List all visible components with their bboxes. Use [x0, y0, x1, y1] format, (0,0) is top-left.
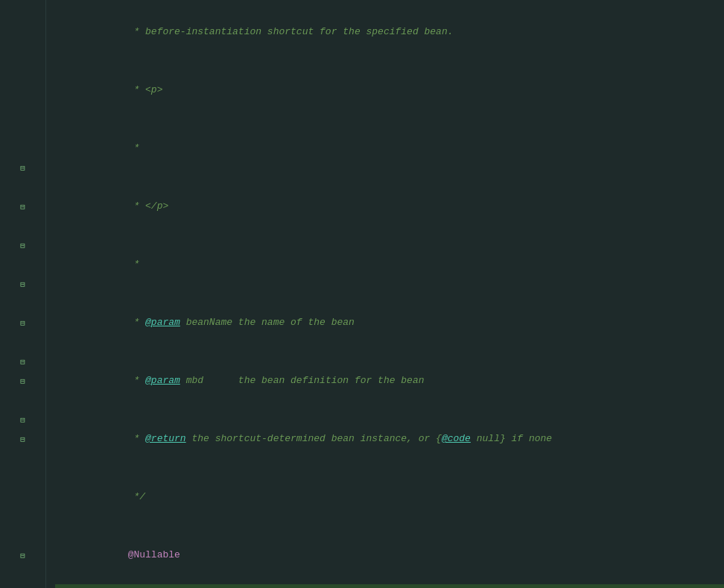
code-line-10: @Nullable — [55, 526, 724, 584]
comment-text-1: * before-instantiation shortcut for the … — [104, 26, 453, 37]
comment-text-2: * <p> — [104, 84, 162, 95]
gutter-icon-5[interactable] — [18, 80, 28, 100]
gutter-icon-4[interactable] — [18, 61, 28, 80]
comment-text-6b: beanName the name of the bean — [180, 317, 355, 328]
code-area: ⊟ ⊟ ⊟ ⊟ ⊟ ⊟ ⊟ ⊟ ⊟ ⊟ — [0, 0, 724, 588]
code-line-4: * </p> — [55, 177, 724, 235]
code-line-7: * @param mbd the bean definition for the… — [55, 352, 724, 410]
gutter-icon-18[interactable] — [18, 507, 28, 526]
gutter-icon-16[interactable] — [18, 468, 28, 487]
gutter-icon-13[interactable] — [18, 332, 28, 352]
code-line-11: protected Object resolveBeforeInstantiat… — [55, 584, 724, 588]
annotation-nullable: @Nullable — [128, 549, 180, 560]
comment-text-7: * — [104, 375, 145, 386]
gutter-icon-1[interactable] — [18, 3, 28, 22]
param-tag-2: @param — [145, 375, 180, 386]
gutter-icon-fold6[interactable]: ⊟ — [18, 352, 28, 371]
code-tag: @code — [442, 433, 471, 444]
gutter-icon-9[interactable] — [18, 177, 28, 197]
comment-text-4: * </p> — [104, 200, 168, 212]
comment-text-7b: mbd the bean definition for the bean — [180, 375, 425, 386]
comment-text-5: * — [104, 259, 139, 270]
gutter-icon-20[interactable] — [18, 565, 28, 584]
gutter-icon-8[interactable] — [18, 139, 28, 158]
code-line-9: */ — [55, 468, 724, 526]
comment-text-8c: null} if none — [471, 433, 552, 444]
comment-text-9: */ — [104, 491, 145, 502]
gutter-icon-2[interactable] — [18, 22, 28, 42]
code-line-2: * <p> — [55, 61, 724, 119]
comment-text-3: * — [104, 142, 139, 154]
comment-text-6: * — [104, 317, 145, 328]
gutter-icon-10[interactable] — [18, 216, 28, 235]
code-line-8: * @return the shortcut-determined bean i… — [55, 410, 724, 468]
comment-text-8b: the shortcut-determined bean instance, o… — [186, 433, 442, 444]
gutter-icon-17[interactable] — [18, 487, 28, 507]
code-line-5: * — [55, 235, 724, 294]
gutter-icon-fold8[interactable]: ⊟ — [18, 410, 28, 429]
gutter-icon-fold9[interactable]: ⊟ — [18, 429, 28, 449]
return-tag: @return — [145, 433, 186, 444]
param-tag-1: @param — [145, 317, 180, 328]
gutter-icon-3[interactable] — [18, 42, 28, 61]
comment-text-8: * — [104, 433, 145, 444]
gutter-icon-7[interactable] — [18, 119, 28, 139]
gutter-icon-19[interactable] — [18, 526, 28, 546]
gutter-icon-15[interactable] — [18, 449, 28, 468]
gutter-icon-fold7[interactable]: ⊟ — [18, 371, 28, 391]
code-line-3: * — [55, 119, 724, 177]
gutter-icon-fold5[interactable]: ⊟ — [18, 313, 28, 332]
gutter-icon-6[interactable] — [18, 100, 28, 119]
gutter: ⊟ ⊟ ⊟ ⊟ ⊟ ⊟ ⊟ ⊟ ⊟ ⊟ — [0, 0, 46, 588]
code-line-1: * before-instantiation shortcut for the … — [55, 3, 724, 61]
gutter-icon-fold4[interactable]: ⊟ — [18, 274, 28, 294]
gutter-icon-12[interactable] — [18, 294, 28, 313]
gutter-icon-14[interactable] — [18, 391, 28, 410]
gutter-icon-11[interactable] — [18, 255, 28, 274]
code-container: ⊟ ⊟ ⊟ ⊟ ⊟ ⊟ ⊟ ⊟ ⊟ ⊟ — [0, 0, 724, 588]
gutter-icon-fold10[interactable]: ⊟ — [18, 546, 28, 565]
code-lines: * before-instantiation shortcut for the … — [46, 0, 724, 588]
gutter-icon-fold3[interactable]: ⊟ — [18, 235, 28, 255]
code-line-6: * @param beanName the name of the bean — [55, 294, 724, 352]
annotation-prefix — [104, 549, 127, 560]
gutter-icon-fold[interactable]: ⊟ — [18, 158, 28, 177]
gutter-icon-fold2[interactable]: ⊟ — [18, 197, 28, 216]
